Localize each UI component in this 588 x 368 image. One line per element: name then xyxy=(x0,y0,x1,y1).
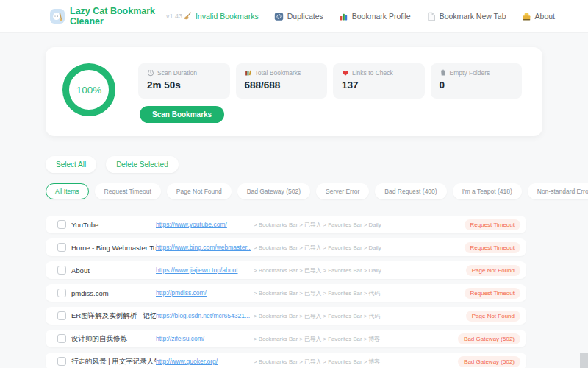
app-title: Lazy Cat Bookmark Cleaner xyxy=(70,6,159,26)
filter-bad-gateway-502[interactable]: Bad Gateway (502) xyxy=(237,183,310,199)
stat-value: 688/688 xyxy=(245,79,319,91)
row-checkbox[interactable] xyxy=(57,357,66,366)
bar-chart-icon xyxy=(339,12,348,21)
scan-progress-value: 100% xyxy=(76,85,102,96)
filter-i-m-a-teapot-418[interactable]: I'm a Teapot (418) xyxy=(453,183,522,199)
nav-item-about[interactable]: About xyxy=(522,12,555,21)
app-header: Lazy Cat Bookmark Cleaner v1.43 Invalid … xyxy=(0,0,588,33)
stat-label: Links to Check xyxy=(352,69,393,77)
stat-value: 0 xyxy=(440,79,514,91)
stat-label: Total Bookmarks xyxy=(255,69,301,77)
bulk-actions: Select All Delete Selected xyxy=(46,156,542,173)
bookmark-path: > Bookmarks Bar > 已导入 > Favorites Bar > … xyxy=(254,312,466,320)
filter-non-standard-error-468[interactable]: Non-standard Error (468) xyxy=(528,183,588,199)
stat-box-empty-folders: Empty Folders0 xyxy=(431,63,523,99)
status-badge: Request Timeout xyxy=(465,288,520,299)
filter-server-error[interactable]: Server Error xyxy=(316,183,369,199)
scan-progress-circle: 100% xyxy=(62,63,115,116)
row-checkbox[interactable] xyxy=(57,243,66,252)
main-content: 100% Scan Duration2m 50sTotal Bookmarks6… xyxy=(46,47,542,368)
bookmark-title: ER图详解及实例解析 - 记忆碎片的... xyxy=(71,311,156,321)
scan-bookmarks-button[interactable]: Scan Bookmarks xyxy=(140,106,224,123)
main-nav: Invalid BookmarksDuplicatesBookmark Prof… xyxy=(182,12,555,21)
stat-label: Empty Folders xyxy=(450,69,490,77)
bookmark-list: YouTubehttps://www.youtube.com/> Bookmar… xyxy=(46,216,526,368)
status-badge: Bad Gateway (502) xyxy=(458,333,520,344)
about-icon xyxy=(522,12,531,21)
app-version: v1.43 xyxy=(166,13,182,20)
bookmark-row: 行走的风景 | 用文字记录人生的风景http://www.guoker.org/… xyxy=(46,353,526,368)
stats-row: Scan Duration2m 50sTotal Bookmarks688/68… xyxy=(138,63,522,99)
stat-label: Scan Duration xyxy=(157,69,197,77)
bookmark-title: YouTube xyxy=(71,221,156,229)
row-checkbox[interactable] xyxy=(57,289,66,297)
new-tab-icon xyxy=(426,12,436,21)
clock-icon xyxy=(147,69,154,77)
status-badge: Request Timeout xyxy=(465,242,520,253)
stat-box-links-to-check: Links to Check137 xyxy=(333,63,425,99)
bookmark-row: Abouthttps://www.jiajiewu.top/about> Boo… xyxy=(46,261,526,279)
filter-page-not-found[interactable]: Page Not Found xyxy=(167,183,232,199)
bookmark-row: YouTubehttps://www.youtube.com/> Bookmar… xyxy=(46,216,526,233)
status-badge: Request Timeout xyxy=(465,219,520,230)
duplicates-icon xyxy=(274,12,284,21)
trash-icon xyxy=(440,69,447,77)
status-badge: Page Not Found xyxy=(466,311,520,322)
bookmark-link[interactable]: https://www.jiajiewu.top/about xyxy=(156,266,251,274)
bookmark-title: Home - Bing Webmaster Tools xyxy=(71,244,156,252)
nav-item-label: About xyxy=(535,12,555,21)
bookmark-path: > Bookmarks Bar > 已导入 > Favorites Bar > … xyxy=(254,221,465,229)
bookmark-link[interactable]: https://www.bing.com/webmaster... xyxy=(156,244,251,251)
stat-box-total-bookmarks: Total Bookmarks688/688 xyxy=(236,63,328,99)
bookmark-path: > Bookmarks Bar > 已导入 > Favorites Bar > … xyxy=(254,335,458,343)
status-badge: Page Not Found xyxy=(466,265,520,276)
bookmark-link[interactable]: http://www.guoker.org/ xyxy=(156,358,251,365)
nav-item-label: Bookmark New Tab xyxy=(440,12,506,21)
bookmark-link[interactable]: https://blog.csdn.net/mcr654321... xyxy=(156,312,251,319)
scan-summary-card: 100% Scan Duration2m 50sTotal Bookmarks6… xyxy=(46,47,542,136)
select-all-button[interactable]: Select All xyxy=(46,156,96,173)
filter-request-timeout[interactable]: Request Timeout xyxy=(95,183,161,199)
scrollbar-thumb[interactable] xyxy=(580,353,588,368)
nav-item-bookmark-new-tab[interactable]: Bookmark New Tab xyxy=(426,12,506,21)
bookmark-path: > Bookmarks Bar > 已导入 > Favorites Bar > … xyxy=(254,358,458,366)
bookmark-title: 设计师的自我修炼 xyxy=(71,334,156,344)
books-icon xyxy=(245,69,252,77)
row-checkbox[interactable] xyxy=(57,266,66,275)
nav-item-label: Invalid Bookmarks xyxy=(196,12,259,21)
bookmark-link[interactable]: https://www.youtube.com/ xyxy=(156,221,251,228)
bookmark-path: > Bookmarks Bar > 已导入 > Favorites Bar > … xyxy=(254,266,466,275)
bookmark-title: 行走的风景 | 用文字记录人生的风景 xyxy=(71,357,156,367)
nav-item-duplicates[interactable]: Duplicates xyxy=(274,12,323,21)
stat-box-scan-duration: Scan Duration2m 50s xyxy=(138,63,230,99)
row-checkbox[interactable] xyxy=(57,311,66,320)
nav-item-label: Duplicates xyxy=(287,12,323,21)
stat-label-row: Links to Check xyxy=(342,69,416,77)
stat-value: 2m 50s xyxy=(147,79,221,91)
bookmark-path: > Bookmarks Bar > 已导入 > Favorites Bar > … xyxy=(254,289,465,297)
bookmark-row: Home - Bing Webmaster Toolshttps://www.b… xyxy=(46,238,526,256)
nav-item-invalid-bookmarks[interactable]: Invalid Bookmarks xyxy=(182,12,259,21)
filter-all-items[interactable]: All Items xyxy=(46,183,89,199)
row-checkbox[interactable] xyxy=(57,334,66,343)
stat-label-row: Total Bookmarks xyxy=(245,69,319,77)
stat-label-row: Scan Duration xyxy=(147,69,221,77)
bookmark-row: ER图详解及实例解析 - 记忆碎片的...https://blog.csdn.n… xyxy=(46,307,526,325)
brand: Lazy Cat Bookmark Cleaner v1.43 xyxy=(50,6,182,26)
status-filter-bar: All ItemsRequest TimeoutPage Not FoundBa… xyxy=(46,183,542,199)
stat-label-row: Empty Folders xyxy=(440,69,514,77)
bookmark-link[interactable]: http://zifeisu.com/ xyxy=(156,335,251,342)
bookmark-title: pmdiss.com xyxy=(71,289,156,297)
bookmark-row: pmdiss.comhttp://pmdiss.com/> Bookmarks … xyxy=(46,284,526,302)
nav-item-bookmark-profile[interactable]: Bookmark Profile xyxy=(339,12,411,21)
broom-icon xyxy=(182,12,192,21)
delete-selected-button[interactable]: Delete Selected xyxy=(106,156,179,173)
summary-right: Scan Duration2m 50sTotal Bookmarks688/68… xyxy=(138,63,522,136)
nav-item-label: Bookmark Profile xyxy=(352,12,411,21)
bookmark-link[interactable]: http://pmdiss.com/ xyxy=(156,289,251,297)
heart-icon xyxy=(342,69,349,77)
filter-bad-request-400[interactable]: Bad Request (400) xyxy=(375,183,446,199)
row-checkbox[interactable] xyxy=(57,220,66,229)
stat-value: 137 xyxy=(342,79,416,91)
status-badge: Bad Gateway (502) xyxy=(458,356,520,367)
